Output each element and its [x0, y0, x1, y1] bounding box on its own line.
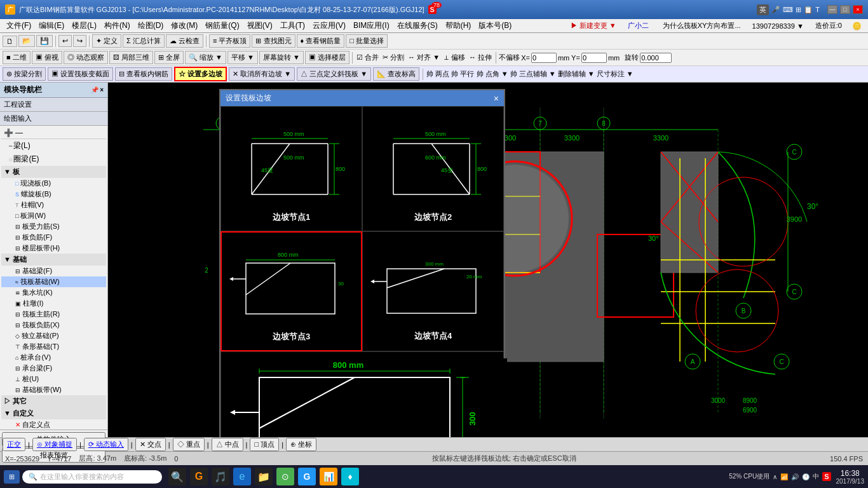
- menu-bim[interactable]: BIM应用(I): [349, 19, 393, 32]
- minimize-btn[interactable]: —: [827, 5, 837, 14]
- start-button[interactable]: ⊞: [4, 470, 20, 484]
- menu-rebar[interactable]: 钢筋量(Q): [201, 19, 243, 32]
- y-coord-input[interactable]: [581, 53, 607, 63]
- redo-btn[interactable]: ↪: [73, 35, 86, 47]
- taskbar-search[interactable]: 🔍 在这里输入你要搜索的内容: [22, 470, 162, 484]
- task-app-green[interactable]: ⊙: [276, 468, 294, 485]
- zoom-btn[interactable]: 🔍 缩放 ▼: [185, 51, 226, 64]
- sidebar-item-cap-beam[interactable]: ⊟ 承台梁(F): [1, 363, 106, 374]
- align-top-btn[interactable]: ≡ 平齐板顶: [209, 34, 250, 48]
- sidebar-item-found-band[interactable]: ⊟ 基础板带(W): [1, 384, 106, 395]
- sidebar-item-sump[interactable]: ≌ 集水坑(K): [1, 287, 106, 298]
- view-inner-rebar-btn[interactable]: ⊟ 查看板内钢筋: [115, 67, 172, 81]
- screen-rotate-btn[interactable]: 屏幕旋转 ▼: [259, 51, 304, 64]
- sidebar-engineering-setup[interactable]: 工程设置: [0, 98, 107, 112]
- dialog-titlebar[interactable]: 设置筏板边坡 ×: [220, 90, 504, 106]
- sidebar-item-raft-found[interactable]: ≈ 筏板基础(W): [1, 276, 106, 287]
- sidebar-item-pile[interactable]: ⊥ 桩(U): [1, 374, 106, 384]
- sidebar-item-ring-beam[interactable]: ○ 圈梁(E): [1, 152, 106, 166]
- dynamic-view-btn[interactable]: ◎ 动态观察: [64, 51, 108, 64]
- sidebar-item-column-cap[interactable]: T 柱帽(V): [1, 200, 106, 210]
- task-app-cyan[interactable]: ♦: [341, 468, 359, 485]
- menu-edit[interactable]: 编辑(E): [35, 19, 68, 32]
- maximize-btn[interactable]: □: [840, 5, 850, 14]
- price-btn[interactable]: 造价豆:0: [811, 20, 846, 32]
- snap-coordinate[interactable]: ⊕ 坐标: [286, 438, 316, 451]
- snap-orthogonal[interactable]: 正交: [3, 438, 25, 451]
- x-coord-input[interactable]: [531, 53, 557, 63]
- slope-node-3-small[interactable]: 800 mm 30 边坡节点3: [220, 231, 362, 351]
- cancel-all-slopes-btn[interactable]: ✕ 取消所有边坡 ▼: [229, 67, 295, 81]
- pan-btn[interactable]: 平移 ▼: [227, 51, 258, 64]
- menu-floor[interactable]: 楼层(L): [68, 19, 100, 32]
- sidebar-close-btn[interactable]: ×: [100, 86, 104, 93]
- sidebar-section-foundation[interactable]: ▼ 基础: [1, 254, 106, 266]
- menu-help[interactable]: 帮助(H): [442, 19, 475, 32]
- dialog-close-btn[interactable]: ×: [494, 93, 499, 104]
- open-btn[interactable]: 📂: [18, 35, 35, 47]
- sidebar-section-custom[interactable]: ▼ 自定义: [1, 407, 106, 419]
- top-view-btn[interactable]: ▣ 俯视: [32, 51, 62, 64]
- task-app-orange[interactable]: 📊: [320, 468, 337, 485]
- sidebar-item-cast-slab[interactable]: □ 现浇板(B): [1, 178, 106, 189]
- sidebar-item-slab-hole[interactable]: □ 板洞(W): [1, 210, 106, 221]
- view-rebar-btn[interactable]: ♦ 查看钢筋量: [297, 34, 345, 48]
- lang-selector[interactable]: 英: [757, 4, 769, 15]
- snap-vertex[interactable]: □ 顶点: [250, 438, 279, 451]
- phone-btn[interactable]: 13907298339 ▼: [749, 21, 808, 31]
- snap-center[interactable]: △ 中点: [212, 438, 243, 451]
- sidebar-item-raft-neg-rebar[interactable]: ⊟ 筏板负筋(X): [1, 320, 106, 330]
- drawing-area[interactable]: 26400 3300 3300 6600 3300 3300 3300 3 4: [108, 83, 868, 437]
- menu-version[interactable]: 版本号(B): [475, 19, 515, 32]
- calc-btn[interactable]: Σ 汇总计算: [123, 34, 165, 48]
- 2d-view-btn[interactable]: ■ 二维: [3, 51, 31, 64]
- menu-component[interactable]: 构件(N): [100, 19, 134, 32]
- sidebar-item-raft-main-rebar[interactable]: ⊟ 筏板主筋(R): [1, 309, 106, 320]
- sidebar-item-isolated-found[interactable]: ◇ 独立基础(P): [1, 330, 106, 341]
- task-app-g[interactable]: G: [298, 468, 316, 485]
- undo-btn[interactable]: ↩: [58, 35, 72, 47]
- sidebar-item-col-stump[interactable]: ▣ 柱墩(I): [1, 298, 106, 309]
- sidebar-item-slab-neg-rebar[interactable]: ⊟ 板负筋(F): [1, 232, 106, 243]
- menu-tools[interactable]: 工具(T): [276, 19, 309, 32]
- sidebar-item-custom-point[interactable]: ✕ 自定义点: [1, 419, 106, 430]
- set-cross-section-btn[interactable]: ▣ 设置筏板变截面: [48, 67, 113, 81]
- sidebar-item-slab-rebar-s[interactable]: ⊟ 板受力筋(S): [1, 221, 106, 232]
- delete-comp-btn[interactable]: —: [15, 128, 23, 137]
- sohu-tray-icon[interactable]: S: [822, 472, 831, 481]
- sidebar-item-spiral-slab[interactable]: S 螺旋板(B): [1, 189, 106, 200]
- slope-node-1[interactable]: 45度 500 mm 800 500 mm 边坡节点1: [220, 106, 362, 231]
- close-btn[interactable]: ×: [853, 5, 863, 14]
- task-app-1[interactable]: 🔍: [168, 468, 186, 485]
- add-comp-btn[interactable]: ➕: [4, 128, 13, 137]
- sidebar-item-floor-band[interactable]: ⊟ 楼层板带(H): [1, 243, 106, 254]
- sidebar-section-others[interactable]: ▷ 其它: [1, 395, 106, 407]
- menu-draw[interactable]: 绘图(D): [134, 19, 168, 32]
- menu-view[interactable]: 视图(V): [243, 19, 276, 32]
- find-elem-btn[interactable]: ⊞ 查找图元: [252, 34, 295, 48]
- define-btn[interactable]: ✦ 定义: [92, 34, 121, 48]
- rotate-input[interactable]: [640, 53, 672, 63]
- cloud-check-btn[interactable]: ☁ 云检查: [166, 34, 203, 48]
- menu-online[interactable]: 在线服务(S): [393, 19, 442, 32]
- batch-select-btn[interactable]: □ 批量选择: [346, 34, 388, 48]
- snap-dynamic[interactable]: ⟳ 动态输入: [84, 438, 128, 451]
- fullscreen-btn[interactable]: ⊞ 全屏: [154, 51, 184, 64]
- sidebar-pin-btn[interactable]: 📌: [91, 86, 98, 93]
- 3pt-slope-btn[interactable]: △ 三点定义斜筏板 ▼: [297, 67, 371, 81]
- modify-elevation-btn[interactable]: 📐 查改标高: [373, 67, 419, 81]
- sidebar-item-pile-cap[interactable]: ⌂ 桩承台(V): [1, 352, 106, 363]
- set-multi-slope-btn[interactable]: ☆ 设置多边坡: [174, 67, 227, 81]
- slope-node-4[interactable]: 20 mm 300 mm 边坡节点4: [362, 231, 504, 351]
- new-change-btn[interactable]: ▶ 新建变更 ▼: [567, 20, 620, 32]
- sidebar-item-found-beam[interactable]: ⊟ 基础梁(F): [1, 266, 106, 276]
- new-btn[interactable]: 🗋: [3, 36, 17, 47]
- menu-modify[interactable]: 修改(M): [167, 19, 201, 32]
- sidebar-item-strip-found[interactable]: ⊤ 条形基础(T): [1, 341, 106, 352]
- select-floor-btn[interactable]: ▣ 选择楼层: [305, 51, 349, 64]
- save-btn[interactable]: 💾: [36, 35, 53, 47]
- split-by-beam-btn[interactable]: ⊛ 按梁分割: [3, 67, 46, 81]
- sidebar-item-beam[interactable]: ━ 梁(L): [1, 139, 106, 152]
- menu-cloud[interactable]: 云应用(V): [309, 19, 349, 32]
- snap-intersection[interactable]: ✕ 交点: [135, 438, 166, 451]
